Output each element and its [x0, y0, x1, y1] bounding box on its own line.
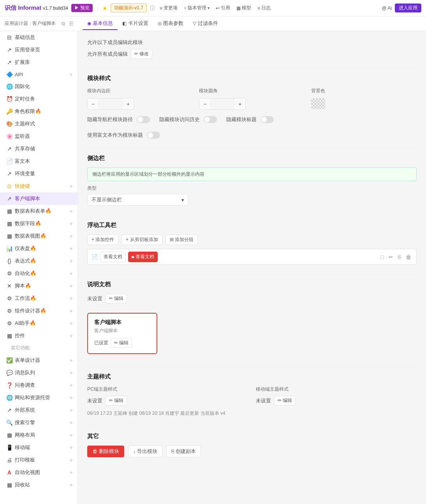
view-doc-active-button[interactable]: 查看文档 — [128, 252, 158, 262]
breadcrumb-page[interactable]: 客户端脚本 — [32, 20, 56, 27]
view-doc-inactive-button[interactable]: 查看文档 — [100, 252, 126, 262]
data-fields-plus-icon[interactable]: + — [70, 220, 73, 227]
add-group-button[interactable]: ⊞ 添加分组 — [165, 234, 198, 245]
sidebar-item-rich-text[interactable]: 📄 富文本 — [0, 155, 77, 167]
tab-basic[interactable]: ◉ 基本信息 — [83, 18, 118, 30]
sidebar-item-timer[interactable]: ⏰ 定时任务 — [0, 93, 77, 105]
api-plus-icon[interactable]: + — [70, 71, 73, 78]
toggle-visit-history-switch[interactable] — [204, 116, 217, 123]
data-views-plus-icon[interactable]: + — [70, 233, 73, 239]
ext-system-plus-icon[interactable]: + — [70, 407, 73, 413]
ai-btn[interactable]: @ Ai — [382, 5, 392, 11]
copy-module-button[interactable]: ⎘ 创建副本 — [166, 446, 201, 457]
padding-plus-btn[interactable]: + — [123, 99, 134, 109]
sidebar-item-auto-view[interactable]: A 自动化视图 + — [0, 466, 77, 479]
sidebar-item-grid-layout[interactable]: ▦ 网格布局 + — [0, 429, 77, 441]
radius-plus-btn[interactable]: + — [234, 99, 245, 109]
data-table-plus-icon[interactable]: + — [70, 208, 73, 214]
automation-plus-icon[interactable]: + — [70, 270, 73, 277]
workflow-plus-icon[interactable]: + — [70, 295, 73, 301]
breadcrumb-app[interactable]: 应用设计器 — [5, 20, 28, 27]
sidebar-item-shared-storage[interactable]: ↗ 共享存储 — [0, 143, 77, 155]
toggle-module-title-switch[interactable] — [261, 116, 274, 123]
sidebar-type-select[interactable]: 不显示侧边栏 ▾ — [87, 194, 188, 206]
sidebar-item-form-designer[interactable]: ✅ 表单设计器 + — [0, 354, 77, 367]
widget-designer-plus-icon[interactable]: + — [70, 308, 73, 314]
toolbar-delete-icon[interactable]: 🗑 — [405, 253, 412, 261]
sidebar-item-api[interactable]: 🔷 API + — [0, 69, 77, 80]
toggle-rich-text-switch[interactable] — [147, 132, 160, 139]
toolbar-copy-icon[interactable]: □ — [380, 253, 385, 261]
search-engine-plus-icon[interactable]: + — [70, 419, 73, 426]
edit-permission-button[interactable]: ✏ 修改 — [131, 49, 152, 59]
log-btn[interactable]: ≡ 日志 — [256, 4, 272, 12]
theme-pc-edit-button[interactable]: ✏ 编辑 — [106, 396, 127, 405]
ai-helper-plus-icon[interactable]: + — [70, 320, 73, 326]
sidebar-item-data-fields[interactable]: ▦ 数据字段🔥 + — [0, 217, 77, 230]
export-module-button[interactable]: ↓ 导出模块 — [128, 446, 162, 457]
grid-layout-plus-icon[interactable]: + — [70, 432, 73, 438]
add-widget-button[interactable]: + 添加控件 — [87, 234, 118, 245]
form-designer-plus-icon[interactable]: + — [70, 357, 73, 363]
sidebar-item-login-page[interactable]: ↗ 应用登录页 — [0, 44, 77, 56]
sidebar-item-questionnaire[interactable]: ❓ 问卷调查 + — [0, 379, 77, 391]
mobile-plus-icon[interactable]: + — [70, 444, 73, 451]
add-clipboard-button[interactable]: + 从剪切板添加 — [121, 234, 162, 245]
sidebar-item-workflow[interactable]: ⚙ 工作流🔥 + — [0, 292, 77, 305]
sidebar-item-automation[interactable]: ⚙ 自动化🔥 + — [0, 267, 77, 280]
sidebar-item-ai-helper[interactable]: ⚙ AI助手🔥 + — [0, 317, 77, 330]
web-hosting-plus-icon[interactable]: + — [70, 395, 73, 401]
tab-chart[interactable]: ◎ 图表参数 — [153, 18, 188, 30]
radius-minus-btn[interactable]: − — [199, 99, 210, 109]
sidebar-item-counter[interactable]: ▦ 回收站 + — [0, 479, 77, 491]
sidebar-item-data-table[interactable]: ▦ 数据表和表单🔥 + — [0, 205, 77, 217]
theme-mobile-edit-button[interactable]: ✏ 编辑 — [274, 396, 296, 405]
sidebar-item-message-queue[interactable]: 💬 消息队列 + — [0, 367, 77, 379]
controls-plus-icon[interactable]: + — [70, 333, 73, 339]
quote-btn[interactable]: ↩ 引用 — [214, 4, 232, 12]
sidebar-item-search-engine[interactable]: 🔍 搜索引擎 + — [0, 416, 77, 429]
breadcrumb-list-icon[interactable]: ☰ — [68, 20, 75, 28]
auto-view-plus-icon[interactable]: + — [70, 469, 73, 476]
print-template-plus-icon[interactable]: + — [70, 457, 73, 463]
bg-color-swatch[interactable] — [311, 98, 325, 109]
sidebar-item-controls[interactable]: ▦ 控件 + — [0, 330, 77, 342]
sidebar-item-expression[interactable]: {} 表达式🔥 + — [0, 255, 77, 267]
sidebar-item-role[interactable]: 🔑 角色权限🔥 — [0, 105, 77, 118]
sidebar-item-env-var[interactable]: ↗ 环境变量 — [0, 167, 77, 180]
preview-button[interactable]: ▶ 预览 — [71, 4, 93, 12]
sidebar-item-theme[interactable]: 🎨 主题样式 — [0, 118, 77, 130]
dashboard-plus-icon[interactable]: + — [70, 245, 73, 252]
toggle-nav-path-switch[interactable] — [137, 116, 150, 123]
counter-plus-icon[interactable]: + — [70, 482, 73, 488]
sidebar-item-print-template[interactable]: 🖨 打印模板 + — [0, 454, 77, 466]
toolbar-edit-icon[interactable]: ✏ — [387, 253, 394, 261]
hotkeys-plus-icon[interactable]: + — [70, 183, 73, 189]
expression-plus-icon[interactable]: + — [70, 258, 73, 264]
app-logo[interactable]: 识信 Informat v1.7 build34 — [5, 4, 68, 12]
enter-app-button[interactable]: 进入应用 — [395, 4, 421, 12]
tab-filter[interactable]: ▽ 过滤条件 — [188, 18, 223, 30]
sidebar-item-script[interactable]: ✕ 脚本🔥 + — [0, 280, 77, 292]
sidebar-item-hotkeys[interactable]: ⊙ 快捷键 + — [0, 180, 77, 192]
sidebar-item-widget-designer[interactable]: ⚙ 组件设计器🔥 + — [0, 305, 77, 317]
version-mgmt-btn[interactable]: ⑂ 版本管理 ▾ — [182, 4, 211, 12]
model-btn[interactable]: ▦ 模型 — [235, 4, 253, 12]
questionnaire-plus-icon[interactable]: + — [70, 382, 73, 388]
tab-card[interactable]: ◧ 卡片设置 — [118, 18, 153, 30]
changelog-btn[interactable]: ≡ 变更项 — [158, 4, 179, 12]
sidebar-item-ext-lib[interactable]: ↗ 扩展库 — [0, 56, 77, 69]
delete-module-button[interactable]: 🗑 删除模块 — [87, 446, 124, 457]
sidebar-item-ext-system[interactable]: ↗ 外部系统 + — [0, 404, 77, 416]
sidebar-item-web-hosting[interactable]: 🌐 网站和资源托管 + — [0, 391, 77, 404]
sidebar-item-dashboard[interactable]: 📊 仪表盘🔥 + — [0, 242, 77, 255]
sidebar-item-base-info[interactable]: ⊟ 基础信息 — [0, 31, 77, 44]
toolbar-duplicate-icon[interactable]: ⎘ — [397, 253, 402, 261]
script-plus-icon[interactable]: + — [70, 283, 73, 289]
breadcrumb-page-icon[interactable]: ⧉ — [60, 20, 66, 28]
padding-minus-btn[interactable]: − — [88, 99, 99, 109]
feature-label[interactable]: 功能演示-v1.7 — [111, 4, 147, 12]
doc-edit-button[interactable]: ✏ 编辑 — [106, 294, 127, 303]
sidebar-item-client-script[interactable]: ↗ 客户端脚本 — [0, 192, 77, 205]
sidebar-item-mobile[interactable]: 📱 移动端 + — [0, 441, 77, 454]
